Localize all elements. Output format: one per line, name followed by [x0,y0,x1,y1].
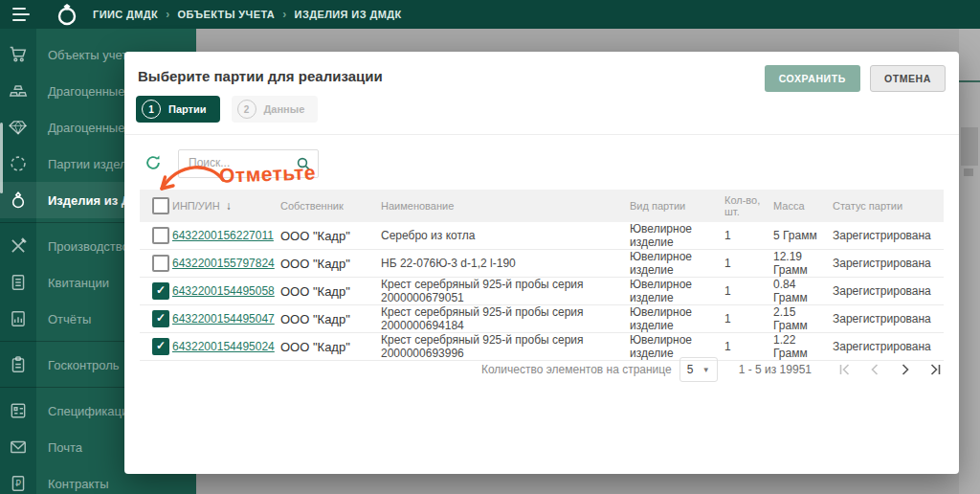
type-cell: Ювелирное изделие [630,305,724,332]
column-header-name[interactable]: Наименование [381,200,630,212]
step-number: 2 [237,100,256,119]
mass-cell: 2.15 Грамм [773,305,833,332]
clipboard-icon [9,355,28,374]
first-page-icon[interactable] [836,362,852,377]
select-all-checkbox[interactable] [152,197,169,214]
column-header-owner[interactable]: Собственник [280,200,381,212]
inp-link[interactable]: 6432200154495024 [172,340,275,353]
background-dimmed-glyph [964,168,973,176]
breadcrumb-separator: › [282,8,286,21]
sidebar-item-label: Почта [48,440,82,455]
save-button[interactable]: СОХРАНИТЬ [765,65,860,92]
inp-link[interactable]: 6432200154495047 [172,312,275,326]
previous-page-icon[interactable] [867,362,882,377]
table-row: 6432200154495058 ООО "Кадр" Крест серебр… [140,278,944,305]
qty-cell: 1 [724,257,773,270]
breadcrumb-item[interactable]: ИЗДЕЛИЯ ИЗ ДМДК [295,9,402,20]
page-size-select[interactable]: 5 ▼ [679,357,718,382]
table-row: 6432200155797824 ООО "Кадр" НБ 22-076Ю-3… [140,250,944,278]
refresh-icon[interactable] [142,152,165,175]
mass-cell: 0.84 Грамм [773,278,833,304]
status-cell: Зарегистрирована [833,340,944,353]
column-header-inp[interactable]: ИНП/УИН↓ [172,199,280,213]
step-number: 1 [142,100,161,119]
sidebar-item-label: Госконтроль [48,358,120,372]
search-icon[interactable] [296,156,311,171]
tools-icon [9,236,28,256]
inp-link[interactable]: 6432200155797824 [172,257,275,270]
column-header-status[interactable]: Статус партии [833,200,944,212]
breadcrumb: ГИИС ДМДК›ОБЪЕКТЫ УЧЕТА›ИЗДЕЛИЯ ИЗ ДМДК [93,8,402,21]
sort-down-icon[interactable]: ↓ [226,199,232,213]
inp-link[interactable]: 6432200154495058 [172,284,275,298]
sidebar-item-label: Производство [48,239,129,254]
row-checkbox[interactable] [152,282,169,300]
owner-cell: ООО "Кадр" [280,257,381,271]
step-label: Партии [168,103,207,115]
sidebar-scrollbar[interactable] [0,123,3,193]
row-checkbox[interactable] [152,227,169,244]
gems-icon [9,118,28,137]
steps-divider [124,134,959,135]
svg-text:₽: ₽ [15,478,21,488]
menu-collapse-icon[interactable] [12,8,30,21]
search-box [178,149,319,178]
select-batches-dialog: Выберите партии для реализации СОХРАНИТЬ… [124,52,959,474]
inp-link[interactable]: 6432200156227011 [172,229,274,242]
table-header-row: ИНП/УИН↓ Собственник Наименование Вид па… [140,190,944,222]
dialog-title: Выберите партии для реализации [138,68,383,84]
page-range: 1 - 5 из 19951 [739,363,812,376]
search-input[interactable] [179,150,299,175]
status-cell: Зарегистрирована [833,284,944,298]
breadcrumb-item[interactable]: ГИИС ДМДК [93,9,158,20]
sidebar-item-label: Квитанции [48,276,109,290]
pagination-nav [836,362,944,377]
type-cell: Ювелирное изделие [630,250,724,277]
qty-cell: 1 [724,340,773,353]
pagination: Количество элементов на странице 5 ▼ 1 -… [481,356,944,383]
breadcrumb-item[interactable]: ОБЪЕКТЫ УЧЕТА [178,9,276,20]
batches-table: ИНП/УИН↓ Собственник Наименование Вид па… [140,190,944,361]
wizard-steps: 1 Партии 2 Данные [136,96,318,123]
owner-cell: ООО "Кадр" [280,284,381,299]
table-toolbar [142,149,319,178]
name-cell: Крест серебряный 925-й пробы серия 20000… [381,305,630,332]
name-cell: Крест серебряный 925-й пробы серия 20000… [381,278,630,304]
app-window: ГИИС ДМДК›ОБЪЕКТЫ УЧЕТА›ИЗДЕЛИЯ ИЗ ДМДК … [0,0,980,494]
report-icon [9,309,28,328]
sidebar-item-label: Спецификации [48,404,136,418]
breadcrumb-separator: › [166,8,169,21]
owner-cell: ООО "Кадр" [280,312,381,326]
type-cell: Ювелирное изделие [630,222,724,249]
owner-cell: ООО "Кадр" [280,229,381,243]
table-row: 6432200154495047 ООО "Кадр" Крест серебр… [140,305,944,333]
step-batches[interactable]: 1 Партии [136,96,220,123]
receipt-icon [9,273,28,292]
column-header-qty[interactable]: Кол-во, шт. [724,194,773,217]
owner-cell: ООО "Кадр" [280,340,381,354]
step-data[interactable]: 2 Данные [232,96,319,123]
last-page-icon[interactable] [928,362,944,377]
cancel-button[interactable]: ОТМЕНА [870,65,946,92]
dialog-actions: СОХРАНИТЬ ОТМЕНА [765,65,946,92]
table-body: 6432200156227011 ООО "Кадр" Серебро из к… [140,222,944,361]
name-cell: НБ 22-076Ю-3 d-1,2 l-190 [381,257,630,270]
top-bar: ГИИС ДМДК›ОБЪЕКТЫ УЧЕТА›ИЗДЕЛИЯ ИЗ ДМДК [0,0,980,29]
table-row: 6432200156227011 ООО "Кадр" Серебро из к… [140,222,944,250]
name-cell: Серебро из котла [381,229,630,242]
mass-cell: 12.19 Грамм [773,250,833,277]
column-header-type[interactable]: Вид партии [630,200,724,212]
next-page-icon[interactable] [898,362,913,377]
row-checkbox[interactable] [152,310,169,327]
column-header-mass[interactable]: Масса [773,200,833,212]
row-checkbox[interactable] [152,338,169,355]
status-cell: Зарегистрирована [833,312,944,326]
qty-cell: 1 [724,312,773,326]
sidebar-item-label: Контракты [48,477,109,491]
sidebar-item-label: Отчёты [48,312,91,326]
ring-icon [9,191,28,210]
page-size-label: Количество элементов на странице [481,363,672,376]
mass-cell: 5 Грамм [773,229,833,242]
row-checkbox[interactable] [152,255,169,272]
qty-cell: 1 [724,229,773,242]
